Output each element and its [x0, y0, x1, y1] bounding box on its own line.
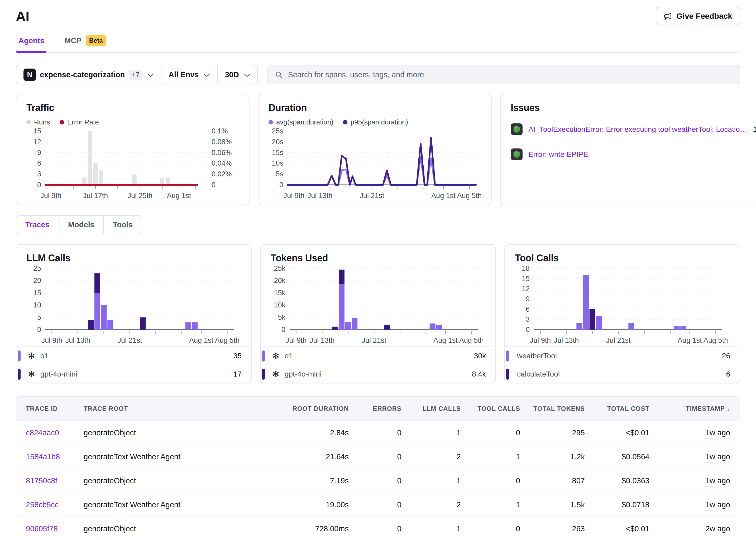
timestamp-link[interactable]: 1w ago	[705, 429, 730, 439]
tool-count: 6	[726, 370, 730, 378]
chevron-down-icon	[147, 70, 154, 79]
legend-row-calculatetool[interactable]: calculateTool 6	[505, 365, 740, 383]
svg-text:Aug 1st: Aug 1st	[433, 337, 458, 344]
issue-count: 13	[753, 125, 756, 134]
series-color-chip	[506, 369, 509, 380]
legend-row-gpt-4o-mini[interactable]: ✻ gpt-4o-mini 8.4k	[261, 365, 495, 383]
svg-text:Jul 13th: Jul 13th	[66, 337, 90, 344]
root-duration-cell: 7.19s	[252, 469, 349, 493]
svg-text:Jul 17th: Jul 17th	[83, 192, 108, 200]
svg-text:Aug 1st: Aug 1st	[431, 192, 456, 200]
issue-link[interactable]: AI_ToolExecutionError: Error executing t…	[529, 125, 747, 134]
timestamp-link[interactable]: 2w ago	[705, 524, 730, 534]
legend-item-avg-duration: avg(span.duration)	[268, 118, 333, 126]
legend-row-gpt-4o-mini[interactable]: ✻ gpt-4o-mini 17	[16, 365, 251, 383]
trace-id-link[interactable]: 1584a1b8	[26, 453, 60, 461]
tab-mcp[interactable]: MCP Beta	[62, 35, 108, 53]
timestamp-link[interactable]: 1w ago	[705, 500, 730, 510]
svg-text:Jul 13th: Jul 13th	[308, 192, 333, 200]
svg-text:Aug 5th: Aug 5th	[703, 337, 727, 344]
give-feedback-button[interactable]: Give Feedback	[656, 7, 740, 25]
table-row[interactable]: c824aac0 generateObject 2.84s 0 1 0 295 …	[16, 421, 740, 445]
col-llm-calls[interactable]: LLM CALLS	[401, 397, 461, 421]
llm-calls-cell: 1	[401, 469, 461, 493]
timestamp-link[interactable]: 1w ago	[705, 476, 730, 486]
col-trace-root[interactable]: TRACE ROOT	[83, 397, 252, 421]
tab-models[interactable]: Models	[59, 216, 103, 234]
svg-text:Jul 21st: Jul 21st	[118, 337, 142, 344]
llm-calls-card: LLM Calls 2520151050Jul 9thJul 13thJul 2…	[16, 244, 252, 383]
svg-text:15: 15	[33, 289, 41, 297]
trace-id-link[interactable]: c824aac0	[26, 429, 59, 437]
legend-row-o1[interactable]: ✻ o1 30k	[261, 346, 495, 365]
trace-root-cell: generateObject	[83, 469, 252, 493]
root-duration-cell: 21.64s	[252, 445, 349, 469]
col-total-tokens[interactable]: TOTAL TOKENS	[520, 397, 585, 421]
issues-list: AI_ToolExecutionError: Error executing t…	[511, 117, 756, 167]
model-name: o1	[285, 352, 474, 360]
traffic-legend: Runs Error Rate	[26, 118, 239, 126]
col-trace-id[interactable]: TRACE ID	[16, 397, 83, 421]
issue-row[interactable]: Error: write EPIPE 1	[511, 142, 756, 167]
env-filter-label: All Envs	[169, 70, 199, 79]
svg-text:10s: 10s	[272, 159, 283, 167]
table-row[interactable]: 81750c8f generateObject 7.19s 0 1 0 807 …	[16, 469, 740, 493]
trace-id-link[interactable]: 90605f78	[26, 524, 58, 533]
project-filter-dropdown[interactable]: N expense-categorization +7	[16, 66, 161, 84]
date-range-dropdown[interactable]: 30D	[217, 66, 257, 84]
errors-cell: 0	[349, 421, 401, 445]
tab-agents-label: Agents	[19, 36, 44, 45]
duration-card: Duration avg(span.duration) p95(span.dur…	[258, 94, 492, 205]
section-tabs: Traces Models Tools	[16, 215, 142, 234]
project-filter-label: expense-categorization	[40, 70, 125, 79]
svg-text:12: 12	[33, 138, 41, 146]
issues-card: Issues AI_ToolExecutionError: Error exec…	[500, 94, 756, 205]
tab-tools[interactable]: Tools	[103, 216, 142, 234]
svg-text:12: 12	[522, 285, 530, 293]
trace-id-link[interactable]: 258cb5cc	[26, 500, 59, 509]
tool-calls-chart: 1815129630Jul 9thJul 13thJul 21stAug 1st…	[515, 265, 727, 344]
sort-descending-icon: ↓	[726, 404, 730, 412]
svg-text:0.04%: 0.04%	[212, 159, 232, 167]
svg-text:Aug 1st: Aug 1st	[189, 337, 214, 344]
model-count: 17	[233, 370, 241, 378]
table-row[interactable]: 90605f78 generateObject 728.00ms 0 1 0 2…	[16, 517, 740, 540]
table-row[interactable]: 1584a1b8 generateText Weather Agent 21.6…	[16, 445, 740, 469]
svg-text:Jul 9th: Jul 9th	[284, 192, 305, 200]
env-filter-dropdown[interactable]: All Envs	[161, 66, 217, 84]
p95-duration-legend-dot	[343, 120, 348, 124]
tool-name: calculateTool	[517, 370, 726, 378]
trace-id-link[interactable]: 81750c8f	[26, 476, 57, 485]
svg-text:25: 25	[33, 265, 41, 272]
search-bar[interactable]	[267, 65, 740, 84]
col-errors[interactable]: ERRORS	[349, 397, 401, 421]
total-tokens-cell: 295	[520, 421, 585, 445]
col-root-duration[interactable]: ROOT DURATION	[252, 397, 349, 421]
trace-root-cell: generateText Weather Agent	[83, 445, 252, 469]
total-cost-cell: <$0.01	[585, 517, 650, 540]
legend-row-weathertool[interactable]: weatherTool 26	[505, 346, 740, 365]
col-total-cost[interactable]: TOTAL COST	[585, 397, 650, 421]
issue-link[interactable]: Error: write EPIPE	[529, 150, 751, 159]
series-color-chip	[506, 350, 509, 361]
legend-row-o1[interactable]: ✻ o1 35	[16, 346, 251, 365]
beta-badge: Beta	[86, 35, 106, 46]
legend-item-runs: Runs	[26, 118, 50, 126]
issue-row[interactable]: AI_ToolExecutionError: Error executing t…	[511, 117, 756, 142]
tool-name: weatherTool	[517, 352, 722, 360]
col-timestamp[interactable]: TIMESTAMP↓	[650, 397, 740, 421]
timestamp-link[interactable]: 1w ago	[705, 453, 730, 463]
errors-cell: 0	[349, 517, 401, 540]
tab-agents[interactable]: Agents	[16, 35, 47, 53]
errors-cell: 0	[349, 493, 401, 517]
legend-item-error-rate: Error Rate	[60, 118, 99, 126]
main-tabs: Agents MCP Beta	[16, 35, 740, 53]
give-feedback-label: Give Feedback	[676, 12, 732, 21]
svg-text:0: 0	[37, 326, 41, 334]
filter-group: N expense-categorization +7 All Envs 30D	[16, 65, 258, 84]
tab-traces[interactable]: Traces	[16, 216, 59, 234]
col-tool-calls[interactable]: TOOL CALLS	[461, 397, 520, 421]
table-row[interactable]: 258cb5cc generateText Weather Agent 19.0…	[16, 493, 740, 517]
errors-cell: 0	[349, 445, 401, 469]
search-input[interactable]	[287, 70, 733, 79]
